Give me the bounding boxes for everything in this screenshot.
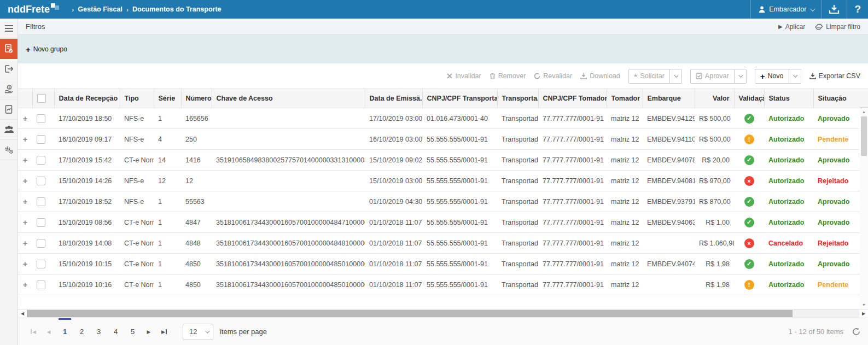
- cell-status: Autorizado: [764, 274, 813, 295]
- page-number[interactable]: 4: [107, 318, 124, 345]
- column-tipo[interactable]: Tipo: [120, 89, 154, 108]
- approve-split-button: Aprovar: [690, 69, 747, 84]
- export-csv-button[interactable]: Exportar CSV: [809, 72, 860, 80]
- column-cnpj-tomador[interactable]: CNPJ/CPF Tomador: [538, 89, 607, 108]
- row-checkbox[interactable]: [37, 114, 45, 123]
- cell-data-emissao: 01/10/2019 04:30: [365, 191, 422, 212]
- last-page-button[interactable]: ▶: [156, 318, 172, 345]
- sidebar-item-documentos[interactable]: [0, 39, 18, 59]
- revalidate-button[interactable]: Revalidar: [534, 72, 572, 80]
- expand-row-button[interactable]: +: [23, 259, 28, 268]
- expand-row-button[interactable]: +: [23, 238, 28, 248]
- approve-button[interactable]: Aprovar: [691, 69, 734, 83]
- expand-row-button[interactable]: +: [23, 280, 28, 289]
- new-dropdown-button[interactable]: [789, 69, 801, 83]
- user-menu[interactable]: Embarcador: [750, 0, 821, 19]
- cell-situacao: Pendente: [813, 274, 860, 295]
- menu-toggle-button[interactable]: [0, 19, 18, 39]
- vertical-scrollbar-thumb[interactable]: [861, 116, 867, 156]
- downloads-button[interactable]: [821, 0, 847, 19]
- next-page-button[interactable]: ▶: [141, 318, 156, 345]
- approve-dropdown-button[interactable]: [734, 69, 746, 83]
- scroll-right-icon[interactable]: ▶: [859, 309, 868, 318]
- first-page-button[interactable]: ◀: [26, 318, 41, 345]
- expand-row-button[interactable]: +: [23, 155, 28, 165]
- user-icon: [758, 5, 766, 13]
- row-checkbox[interactable]: [37, 177, 45, 185]
- new-button[interactable]: + Novo: [755, 69, 789, 83]
- column-chave-acesso[interactable]: Chave de Acesso: [212, 89, 365, 108]
- expand-row-button[interactable]: +: [23, 135, 28, 144]
- horizontal-scrollbar-track[interactable]: [27, 309, 859, 318]
- horizontal-scrollbar-thumb[interactable]: [27, 310, 793, 317]
- row-checkbox[interactable]: [37, 260, 45, 268]
- column-serie[interactable]: Série: [154, 89, 181, 108]
- app-logo[interactable]: nddFrete: [8, 3, 60, 15]
- breadcrumb-gestao-fiscal[interactable]: Gestão Fiscal: [78, 5, 122, 13]
- expand-row-button[interactable]: +: [23, 218, 28, 227]
- download-icon: [809, 73, 816, 79]
- cell-situacao: Aprovado: [813, 108, 860, 129]
- column-situacao[interactable]: Situação: [813, 89, 860, 108]
- row-checkbox[interactable]: [37, 218, 45, 227]
- expand-row-button[interactable]: +: [23, 176, 28, 185]
- column-status[interactable]: Status: [764, 89, 813, 108]
- select-all-checkbox[interactable]: [37, 94, 46, 103]
- cell-embarque: EMBDEV.94074: [643, 254, 695, 274]
- vertical-scrollbar-track[interactable]: ▲ ▼: [860, 108, 868, 309]
- cell-valor: R$ 970,00: [695, 171, 734, 191]
- refresh-icon: [534, 73, 540, 79]
- clear-filter-button[interactable]: Limpar filtro: [815, 23, 860, 31]
- sidebar-item-usuarios[interactable]: [0, 120, 18, 140]
- row-checkbox[interactable]: [37, 239, 45, 248]
- expand-row-button[interactable]: +: [23, 114, 28, 123]
- column-tomador[interactable]: Tomador: [607, 89, 643, 108]
- request-dropdown-button[interactable]: [669, 69, 681, 83]
- invalidate-button[interactable]: Invalidar: [447, 72, 481, 80]
- sidebar-item-exportacao[interactable]: [0, 59, 18, 79]
- column-select[interactable]: [32, 89, 54, 108]
- cell-valor: R$ 1,98: [695, 274, 734, 295]
- scroll-down-icon[interactable]: ▼: [860, 303, 868, 307]
- column-embarque[interactable]: Embarque: [643, 89, 695, 108]
- row-checkbox[interactable]: [37, 197, 45, 206]
- apply-filter-button[interactable]: ▶ Aplicar: [778, 23, 805, 31]
- refresh-button[interactable]: [852, 328, 860, 336]
- scroll-up-icon[interactable]: ▲: [860, 110, 868, 114]
- new-group-button[interactable]: + Novo grupo: [26, 45, 67, 54]
- column-valor[interactable]: Valor: [695, 89, 734, 108]
- scroll-left-icon[interactable]: ◀: [18, 309, 27, 318]
- column-numero[interactable]: Número: [181, 89, 212, 108]
- page-number[interactable]: 5: [124, 318, 141, 345]
- sidebar-item-configuracoes[interactable]: [0, 140, 18, 160]
- table-row: + 15/10/2019 14:26 NFS-e 12 12 15/10/201…: [18, 171, 860, 191]
- cell-cnpj-transportador: 55.555.555/0001-91: [422, 233, 497, 254]
- request-button[interactable]: * Solicitar: [629, 69, 669, 83]
- page-number[interactable]: 1: [56, 318, 73, 345]
- sidebar-item-relatorios[interactable]: [0, 100, 18, 120]
- cell-transportador: Transportador: [497, 254, 538, 274]
- row-checkbox[interactable]: [37, 135, 45, 144]
- remove-button[interactable]: Remover: [490, 72, 526, 80]
- previous-page-button[interactable]: ◀: [41, 318, 56, 345]
- expand-row-button[interactable]: +: [23, 197, 28, 206]
- sidebar-item-pagamentos[interactable]: $: [0, 79, 18, 100]
- page-size-dropdown[interactable]: 12: [183, 324, 213, 340]
- column-cnpj-transportador[interactable]: CNPJ/CPF Transportador: [422, 89, 497, 108]
- row-checkbox[interactable]: [37, 156, 45, 165]
- help-button[interactable]: ?: [847, 0, 868, 19]
- hamburger-icon: [5, 25, 13, 32]
- table-row: + 17/10/2019 18:52 NFS-e 1 55563 01/10/2…: [18, 191, 860, 212]
- column-data-recepcao[interactable]: Data de Recepção: [54, 89, 120, 108]
- pager: ◀ ◀ 12345 ▶ ▶ 12 items per page 1 - 12 o…: [18, 318, 868, 345]
- cell-tipo: CT-e Normal: [120, 274, 154, 295]
- column-transportador[interactable]: Transporta...: [497, 89, 538, 108]
- download-button[interactable]: Download: [580, 72, 620, 80]
- page-number[interactable]: 3: [90, 318, 107, 345]
- row-checkbox[interactable]: [37, 280, 45, 289]
- column-data-emissao[interactable]: Data de Emissã...: [365, 89, 422, 108]
- column-validacao[interactable]: Validação: [734, 89, 764, 108]
- checkbox-check-icon: [696, 73, 702, 79]
- breadcrumb-documentos-transporte[interactable]: Documentos do Transporte: [132, 5, 222, 13]
- page-number[interactable]: 2: [73, 318, 90, 345]
